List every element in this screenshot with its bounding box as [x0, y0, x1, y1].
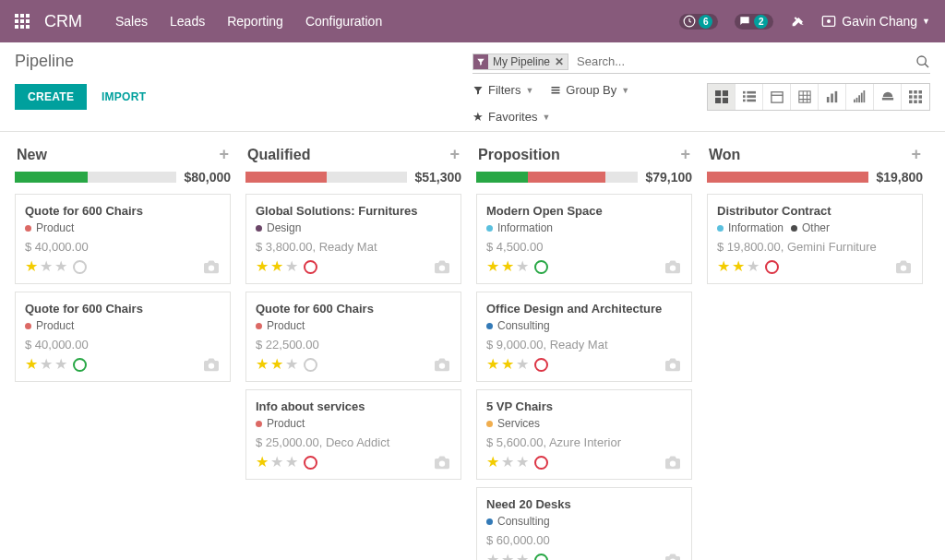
kanban-card[interactable]: 5 VP ChairsServices$ 5,600.00, Azure Int… [476, 389, 692, 480]
activity-ring-icon[interactable] [534, 260, 548, 274]
kanban-card[interactable]: Quote for 600 ChairsProduct$ 22,500.00★★… [245, 292, 461, 382]
apps-icon[interactable] [15, 14, 30, 29]
navbar: CRM Sales Leads Reporting Configuration … [0, 0, 945, 42]
progress-segment[interactable] [245, 172, 327, 183]
tag[interactable]: Consulting [486, 319, 550, 332]
view-list[interactable] [736, 84, 763, 110]
view-pivot[interactable] [791, 84, 819, 110]
card-footer: ★★★ [25, 259, 221, 274]
activity-ring-icon[interactable] [304, 358, 317, 372]
column-progress: $79,100 [476, 170, 692, 185]
import-button[interactable]: IMPORT [102, 90, 146, 103]
activity-ring-icon[interactable] [534, 554, 548, 561]
kanban-card[interactable]: Need 20 DesksConsulting$ 60,000.00★★★ [476, 487, 692, 560]
user-menu[interactable]: Gavin Chang ▼ [821, 14, 930, 29]
create-button[interactable]: CREATE [15, 84, 87, 110]
view-graph[interactable] [819, 84, 846, 110]
menu-reporting[interactable]: Reporting [227, 14, 283, 29]
avatar-placeholder-icon [202, 259, 221, 274]
kanban-card[interactable]: Quote for 600 ChairsProduct$ 40,000.00★★… [15, 194, 231, 284]
kanban-card[interactable]: Distributor ContractInformationOther$ 19… [707, 194, 923, 284]
brand[interactable]: CRM [44, 12, 82, 31]
svg-rect-13 [552, 87, 560, 89]
svg-rect-23 [747, 95, 756, 98]
debug-icon[interactable] [790, 14, 805, 29]
priority-stars[interactable]: ★★★ [717, 259, 779, 274]
svg-rect-32 [855, 98, 857, 102]
kanban-card[interactable]: Quote for 600 ChairsProduct$ 40,000.00★★… [15, 292, 231, 382]
svg-point-12 [917, 56, 926, 65]
view-dashboard[interactable] [874, 84, 902, 110]
progress-segment[interactable] [528, 172, 605, 183]
tag-label: Design [267, 221, 301, 234]
card-title: Quote for 600 Chairs [256, 302, 451, 316]
activity-ring-icon[interactable] [73, 358, 87, 372]
menu-sales[interactable]: Sales [115, 14, 148, 29]
column-total: $19,800 [876, 170, 923, 185]
column-header: Won+ [707, 141, 923, 170]
kanban-card[interactable]: Info about servicesProduct$ 25,000.00, D… [245, 389, 461, 480]
priority-stars[interactable]: ★★★ [486, 259, 548, 274]
activity-ring-icon[interactable] [304, 260, 317, 274]
priority-stars[interactable]: ★★★ [256, 357, 317, 372]
view-cohort[interactable] [846, 84, 874, 110]
tag[interactable]: Product [256, 319, 305, 332]
view-calendar[interactable] [763, 84, 791, 110]
add-card-button[interactable]: + [911, 145, 921, 164]
progress-segment[interactable] [707, 172, 868, 183]
priority-stars[interactable]: ★★★ [486, 455, 548, 470]
tag-label: Information [497, 221, 553, 234]
priority-stars[interactable]: ★★★ [486, 553, 548, 560]
view-activity[interactable] [902, 84, 929, 110]
progress-segment[interactable] [15, 172, 88, 183]
menu-leads[interactable]: Leads [170, 14, 205, 29]
tag[interactable]: Design [256, 221, 301, 234]
activity-ring-icon[interactable] [304, 456, 317, 470]
menu-configuration[interactable]: Configuration [305, 14, 382, 29]
favorites-menu[interactable]: ★ Favorites▼ [472, 110, 707, 124]
kanban-card[interactable]: Global Solutions: FurnituresDesign$ 3,80… [245, 194, 461, 284]
priority-stars[interactable]: ★★★ [25, 259, 87, 274]
search-icon[interactable] [915, 54, 930, 69]
tag[interactable]: Consulting [486, 515, 550, 528]
kanban-card[interactable]: Modern Open SpaceInformation$ 4,500.00★★… [476, 194, 692, 284]
activity-ring-icon[interactable] [73, 260, 87, 274]
activity-ring-icon[interactable] [765, 260, 779, 274]
priority-stars[interactable]: ★★★ [486, 357, 548, 372]
tag[interactable]: Services [486, 417, 540, 430]
kanban-card[interactable]: Office Design and ArchitectureConsulting… [476, 292, 692, 382]
column-title[interactable]: Won [709, 147, 740, 163]
groupby-menu[interactable]: Group By▼ [550, 83, 629, 97]
column-title[interactable]: Proposition [478, 147, 560, 163]
chevron-down-icon: ▼ [621, 86, 629, 95]
search-input[interactable] [574, 52, 915, 71]
tag[interactable]: Product [256, 417, 305, 430]
activity-ring-icon[interactable] [534, 358, 548, 372]
column-title[interactable]: Qualified [247, 147, 310, 163]
messages-indicator[interactable]: 2 [735, 14, 773, 30]
filters-menu[interactable]: Filters▼ [472, 83, 533, 97]
tag[interactable]: Other [791, 221, 830, 234]
activity-ring-icon[interactable] [534, 456, 548, 470]
priority-stars[interactable]: ★★★ [256, 455, 317, 470]
svg-point-49 [439, 363, 445, 368]
tag[interactable]: Product [25, 221, 74, 234]
priority-stars[interactable]: ★★★ [256, 259, 317, 274]
activity-indicator[interactable]: 6 [679, 14, 718, 30]
filter-chip-mypipeline[interactable]: My Pipeline ✕ [472, 54, 568, 70]
add-card-button[interactable]: + [680, 145, 690, 164]
star-icon: ★ [256, 455, 269, 470]
remove-filter-icon[interactable]: ✕ [555, 55, 564, 68]
priority-stars[interactable]: ★★★ [25, 357, 87, 372]
column-title[interactable]: New [17, 147, 47, 163]
progress-segment[interactable] [476, 172, 528, 183]
star-icon: ★ [270, 259, 283, 274]
svg-rect-36 [881, 98, 892, 101]
add-card-button[interactable]: + [219, 145, 229, 164]
tag[interactable]: Information [717, 221, 784, 234]
add-card-button[interactable]: + [449, 145, 460, 164]
tag-row: Information [486, 221, 682, 234]
tag[interactable]: Product [25, 319, 74, 332]
tag[interactable]: Information [486, 221, 553, 234]
view-kanban[interactable] [708, 84, 736, 110]
